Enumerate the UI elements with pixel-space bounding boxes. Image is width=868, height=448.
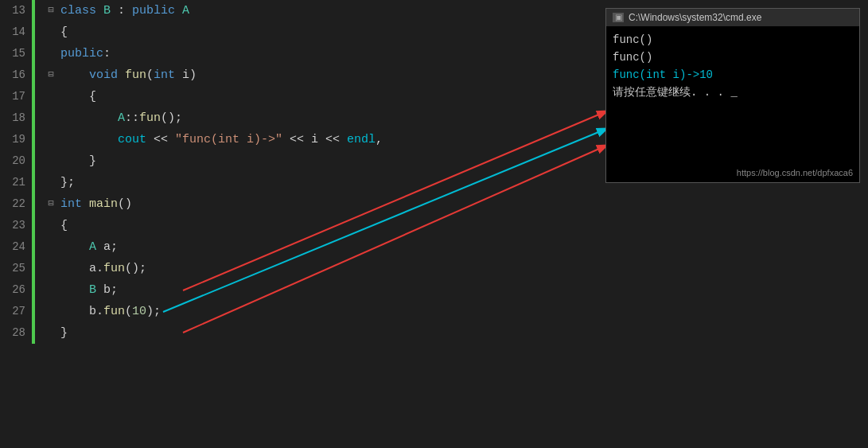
terminal-line-1: func() [613, 31, 853, 49]
code-editor: 13 ⊟ class B : public A 14 { 15 public: … [0, 0, 605, 448]
terminal-app-icon: ▣ [613, 13, 624, 22]
table-row: 17 { [0, 86, 605, 107]
table-row: 14 { [0, 21, 605, 43]
table-row: 23 { [0, 215, 605, 236]
table-row: 19 cout << "func(int i)->" << i << endl, [0, 129, 605, 150]
collapse-icon[interactable]: ⊟ [45, 193, 57, 215]
terminal-window: ▣ C:\Windows\system32\cmd.exe func() fun… [605, 8, 860, 183]
terminal-url: https://blog.csdn.net/dpfxaca6 [737, 168, 853, 177]
table-row: 16 ⊟ void fun(int i) [0, 64, 605, 86]
table-row: 13 ⊟ class B : public A [0, 0, 605, 21]
table-row: 22 ⊟ int main() [0, 193, 605, 215]
terminal-line-3: func(int i)->10 [613, 66, 853, 84]
terminal-title: C:\Windows\system32\cmd.exe [629, 12, 761, 23]
table-row: 18 A::fun(); [0, 107, 605, 129]
table-row: 24 A a; [0, 236, 605, 258]
table-row: 20 } [0, 150, 605, 172]
terminal-output: func() func() func(int i)->10 请按任意键继续. .… [606, 26, 859, 106]
table-row: 21 }; [0, 172, 605, 193]
collapse-icon[interactable]: ⊟ [45, 0, 57, 21]
table-row: 15 public: [0, 43, 605, 64]
table-row: 26 B b; [0, 279, 605, 301]
collapse-icon[interactable]: ⊟ [45, 64, 57, 86]
table-row: 27 b.fun(10); [0, 301, 605, 322]
terminal-line-2: func() [613, 49, 853, 66]
terminal-line-4: 请按任意键继续. . . _ [613, 84, 853, 101]
terminal-titlebar: ▣ C:\Windows\system32\cmd.exe [606, 9, 859, 26]
table-row: 25 a.fun(); [0, 258, 605, 279]
table-row: 28 } [0, 322, 605, 344]
